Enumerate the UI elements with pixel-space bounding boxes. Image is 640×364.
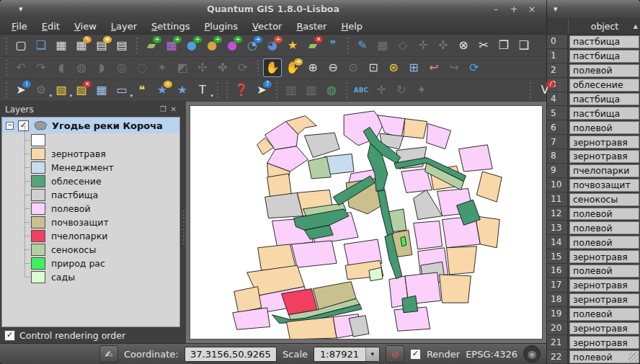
save-project-icon[interactable]: ▦ [52,36,71,55]
rotate-label-icon[interactable]: ↻ [392,81,411,99]
zoom-in-icon[interactable]: ⊕ [303,58,322,77]
paste-features-icon[interactable]: ❑ [515,36,533,55]
row-number[interactable]: 10 [547,178,568,192]
open-project-icon[interactable]: ❏ [32,36,50,55]
row-object-cell[interactable]: зернотравя [569,336,639,349]
row-object-cell[interactable]: сенокосы [569,193,639,206]
whats-this-icon[interactable]: ➤? [252,81,271,99]
row-number[interactable]: 8 [547,149,568,164]
legend-item-senokosy[interactable]: сенокосы [2,243,179,257]
legend-item-blank[interactable] [2,133,179,147]
crs-status-button[interactable]: ◉ [523,345,541,363]
add-part-icon[interactable]: ◗ [92,58,111,77]
menu-layer[interactable]: Layer [104,19,144,33]
row-number[interactable]: 13 [547,221,568,235]
title-bar[interactable]: ▾ Quantum GIS 1.8.0-Lisboa – + × [0,0,546,18]
node-tool-icon[interactable]: ✜ [434,36,453,55]
row-object-cell[interactable]: полевой [569,64,639,77]
text-annotation-icon[interactable]: T [193,81,212,99]
delete-selected-icon[interactable]: ⊗ [454,36,473,55]
row-number[interactable]: 17 [547,278,568,293]
panel-collapse-icon[interactable]: ▾ [554,4,558,14]
row-object-cell[interactable]: зернотравя [569,150,639,163]
row-object-cell[interactable]: полевой [569,308,639,321]
menu-edit[interactable]: Edit [35,19,67,33]
zoom-next-icon[interactable]: ↪ [445,58,463,77]
delete-part-icon[interactable]: ◌ [133,58,151,77]
capture-polygon-icon[interactable]: ◇ [394,36,412,55]
zoom-last-icon[interactable]: ↩ [425,58,443,77]
add-delimited-text-layer-icon[interactable]: ❞ [324,36,342,55]
save-project-as-icon[interactable]: ▦✎ [72,36,91,55]
add-wms-layer-icon[interactable]: ◔+ [243,36,262,55]
render-checkbox[interactable]: ✓ [410,349,421,360]
row-number[interactable]: 22 [547,350,568,364]
row-number[interactable]: 14 [547,235,568,249]
row-number[interactable]: 11 [547,192,568,207]
new-project-icon[interactable]: ▢ [12,36,30,55]
identify-features-icon[interactable]: ➤i [12,81,30,99]
legend-item-polevoy[interactable]: полевой [2,202,179,216]
simplify-feature-icon[interactable]: ◖ [52,58,71,77]
zoom-to-selection-icon[interactable]: ⊡ [364,58,383,77]
split-features-icon[interactable]: ✣ [193,58,212,77]
deselect-features-icon[interactable]: ▧✕ [72,81,91,99]
add-spatialite-layer-icon[interactable]: ●+ [203,36,221,55]
layer-row-selected[interactable]: − ✓ Угодье реки Короча [2,117,179,133]
menu-view[interactable]: View [67,19,104,33]
menu-settings[interactable]: Settings [144,19,197,33]
composer-manager-icon[interactable]: ▥ [282,81,301,99]
coordinate-extent-toggle[interactable]: ✍ [99,345,118,363]
row-number[interactable]: 1 [547,49,568,63]
delete-ring-icon[interactable]: ◎ [112,58,131,77]
row-object-cell[interactable]: зернотравя [569,322,639,335]
pan-to-selection-icon[interactable]: ✋➜ [283,58,302,77]
menu-help[interactable]: Help [334,19,370,33]
add-vector-layer-icon[interactable]: ▰+ [142,36,161,55]
control-rendering-order-checkbox[interactable]: ✓ [4,330,15,341]
layers-panel-titlebar[interactable]: Layers ❐ ✕ [0,102,182,117]
grass-tools-icon[interactable]: V∕ [535,81,554,99]
change-label-icon[interactable]: ✦ [412,81,431,99]
remove-layer-icon[interactable]: ▰✕ [303,36,322,55]
row-number[interactable]: 2 [547,63,568,78]
legend-item-pcheloparki[interactable]: пчелопарки [2,229,179,243]
legend-item-zernotravya[interactable]: зернотравя [2,147,179,161]
row-object-cell[interactable]: пастбища [569,107,639,120]
map-refresh-icon[interactable]: ⟳ [465,58,484,77]
new-print-composer-icon[interactable]: ▤★ [92,36,111,55]
cut-features-icon[interactable]: ✂ [474,36,493,55]
reshape-features-icon[interactable]: ✶ [153,58,172,77]
scale-combobox[interactable]: 1:87921▾ [314,347,380,362]
map-view[interactable] [190,106,542,339]
open-attribute-table-icon[interactable]: ▦ [92,81,111,99]
map-canvas[interactable] [190,105,543,339]
row-number[interactable]: 12 [547,207,568,221]
row-number[interactable]: 0 [547,35,568,49]
legend-item-oblesenie[interactable]: облесение [2,174,179,188]
row-object-cell[interactable]: зернотравя [569,250,639,263]
legend-item-pastbishcha[interactable]: пастбища [2,188,179,202]
pan-map-icon[interactable]: ✋ [263,58,282,77]
add-ring-icon[interactable]: ◍ [72,58,91,77]
minimize-icon[interactable]: – [490,4,502,15]
show-composers-icon[interactable]: ▥ [302,81,321,99]
row-number[interactable]: 20 [547,321,568,336]
chevron-down-icon[interactable]: ▾ [365,347,379,361]
row-object-cell[interactable]: зернотравя [569,293,639,306]
menu-vector[interactable]: Vector [245,19,289,33]
row-object-cell[interactable]: полевой [569,208,639,221]
legend-item-pochvozashchit[interactable]: почвозащит [2,216,179,229]
layer-visibility-checkbox[interactable]: ✓ [18,120,29,131]
row-object-cell[interactable]: полевой [569,121,639,134]
maximize-icon[interactable]: + [508,4,520,15]
close-icon[interactable]: × [526,4,538,15]
redo-icon[interactable]: ↷ [32,58,50,77]
row-object-cell[interactable]: полевой [569,236,639,249]
map-tips-icon[interactable]: ❝ [133,81,151,99]
web-globe-icon[interactable]: ◍ [322,81,341,99]
row-object-cell[interactable]: пастбища [569,35,639,48]
legend-item-sady[interactable]: сады [2,270,179,284]
menu-file[interactable]: File [4,19,35,33]
legend-item-menedzhment[interactable]: Менеджмент [2,161,179,174]
